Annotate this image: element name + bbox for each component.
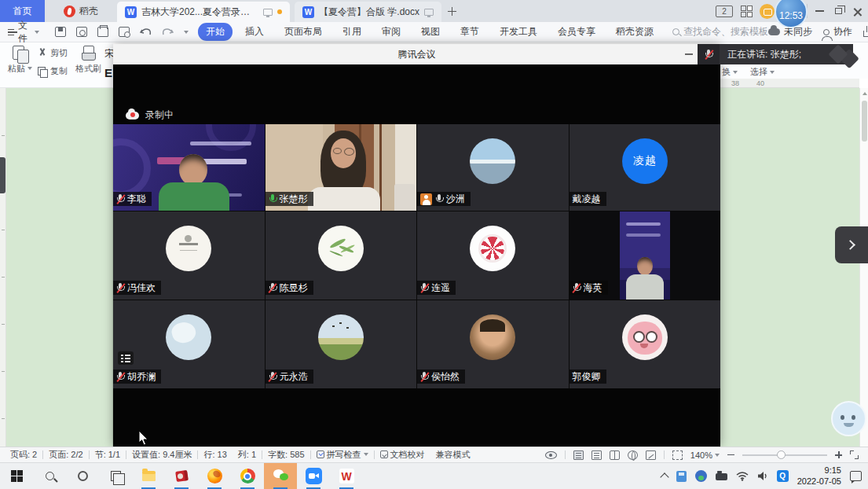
participant-tile[interactable]: 冯佳欢: [113, 211, 265, 300]
participant-tile[interactable]: 凌越 戴凌越: [570, 124, 721, 211]
document-tab-1[interactable]: W 吉林大学202...夏令营录取名单: [117, 2, 290, 22]
collaborate-button[interactable]: 协作: [823, 25, 852, 39]
restore-button[interactable]: [835, 8, 842, 14]
file-explorer-button[interactable]: [132, 463, 165, 489]
window-switch-button[interactable]: 2: [716, 6, 733, 17]
participant-tile[interactable]: 胡乔澜: [113, 300, 265, 388]
tray-clock[interactable]: 9:15 2022-07-05: [797, 465, 841, 487]
eye-protection-icon[interactable]: [545, 451, 557, 459]
ink-mode-button[interactable]: [646, 450, 656, 460]
share-button[interactable]: 分享: [863, 25, 868, 39]
print-button[interactable]: [97, 27, 108, 37]
ribbon-tab-dev-tools[interactable]: 开发工具: [492, 23, 545, 41]
word-count[interactable]: 字数: 585: [262, 449, 309, 461]
tencent-meeting-button[interactable]: [297, 463, 330, 489]
chrome-button[interactable]: [231, 463, 264, 489]
participant-tile[interactable]: 李聪: [113, 124, 265, 211]
volume-icon[interactable]: [757, 471, 768, 481]
security-shield-icon[interactable]: [695, 470, 707, 482]
zoom-level[interactable]: 140%: [690, 450, 720, 460]
usb-device-icon[interactable]: [676, 471, 687, 482]
scroll-up-icon[interactable]: [863, 92, 867, 95]
ribbon-tab-review[interactable]: 审阅: [374, 23, 408, 41]
participant-avatar: [470, 314, 515, 360]
vertical-scrollbar[interactable]: [859, 88, 868, 447]
spellcheck-toggle[interactable]: 拼写检查: [311, 449, 374, 461]
participant-tile[interactable]: 元永浩: [266, 300, 417, 388]
taskbar-search-button[interactable]: [33, 463, 66, 489]
participant-tile[interactable]: 连遥: [417, 211, 569, 300]
close-button[interactable]: [853, 7, 862, 16]
reader-app-button[interactable]: [165, 463, 198, 489]
notifications-icon[interactable]: [850, 471, 862, 481]
read-mode-button[interactable]: [610, 450, 620, 460]
layout-list-icon[interactable]: [118, 351, 134, 365]
q-app-icon[interactable]: Q: [777, 470, 789, 482]
zoom-slider-handle[interactable]: [777, 450, 786, 459]
assistant-bubble[interactable]: [831, 401, 866, 436]
document-canvas-left[interactable]: [0, 88, 113, 447]
ribbon-tab-page-layout[interactable]: 页面布局: [277, 23, 330, 41]
fit-page-button[interactable]: [672, 450, 683, 460]
ribbon-tab-docer-resources[interactable]: 稻壳资源: [608, 23, 661, 41]
ribbon-tab-section[interactable]: 章节: [452, 23, 487, 41]
participant-tile[interactable]: 侯怡然: [417, 300, 569, 388]
copy-button[interactable]: 复制: [38, 65, 68, 77]
side-flyout-button[interactable]: [835, 226, 868, 263]
ribbon-tab-view[interactable]: 视图: [413, 23, 448, 41]
participant-tile[interactable]: 陈昱杉: [266, 211, 417, 300]
wifi-icon[interactable]: [736, 471, 749, 481]
convert-button[interactable]: 换: [722, 66, 738, 78]
recorder-icon[interactable]: [716, 473, 727, 480]
file-menu-button[interactable]: 文件: [0, 19, 46, 46]
web-view-button[interactable]: [628, 450, 638, 460]
zoom-in-button[interactable]: [835, 451, 842, 458]
participant-tile[interactable]: 海英: [570, 211, 721, 300]
participant-avatar: [166, 226, 211, 271]
wps-button[interactable]: W: [330, 463, 363, 489]
undo-button[interactable]: [140, 27, 152, 37]
new-tab-button[interactable]: [441, 0, 462, 22]
side-panel-tab[interactable]: [0, 157, 5, 193]
ribbon-tab-home[interactable]: 开始: [198, 23, 233, 41]
coupon-icon[interactable]: [760, 4, 775, 19]
start-button[interactable]: [0, 463, 33, 489]
docer-tab[interactable]: 稻壳: [45, 0, 117, 22]
page-view-button[interactable]: [573, 450, 584, 460]
format-painter-button[interactable]: 格式刷: [75, 46, 101, 75]
redo-button[interactable]: [162, 27, 174, 37]
task-view-button[interactable]: [99, 463, 132, 489]
meeting-titlebar[interactable]: 腾讯会议: [113, 44, 720, 64]
select-button[interactable]: 选择: [750, 66, 775, 78]
zoom-slider[interactable]: [742, 454, 827, 456]
meeting-minimize-button[interactable]: [685, 53, 693, 55]
participant-tile[interactable]: 郭俊卿: [570, 300, 721, 388]
export-button[interactable]: [76, 27, 87, 37]
tray-expand-icon[interactable]: [660, 472, 668, 481]
participant-tile[interactable]: 张楚彤: [266, 124, 417, 211]
cut-button[interactable]: 剪切: [38, 47, 68, 59]
save-button[interactable]: [55, 27, 66, 37]
scrollbar-thumb[interactable]: [862, 101, 867, 142]
paste-button[interactable]: 粘贴: [8, 46, 32, 75]
participant-tile[interactable]: 沙洲: [417, 124, 569, 211]
ribbon-tab-membership[interactable]: 会员专享: [550, 23, 603, 41]
document-canvas-right[interactable]: [720, 88, 859, 447]
firefox-button[interactable]: [198, 463, 231, 489]
participant-avatar: [166, 314, 211, 360]
fullscreen-button[interactable]: [850, 450, 859, 459]
cortana-button[interactable]: [66, 463, 99, 489]
apps-grid-icon[interactable]: [741, 6, 752, 17]
windows-taskbar: W Q 9:15 2022-07-05: [0, 462, 868, 489]
zoom-out-button[interactable]: [727, 454, 734, 456]
command-search-box[interactable]: 查找命令、搜索模板: [672, 25, 768, 39]
wechat-button[interactable]: [264, 463, 297, 489]
proofread-button[interactable]: 文档校对: [375, 449, 430, 461]
ribbon-tab-insert[interactable]: 插入: [237, 23, 272, 41]
minimize-button[interactable]: [815, 10, 824, 12]
print-preview-button[interactable]: [119, 27, 130, 37]
more-commands-icon[interactable]: [184, 31, 189, 34]
ribbon-tab-references[interactable]: 引用: [335, 23, 369, 41]
document-tab-2[interactable]: W 【夏令营】合版 学.docx: [295, 2, 441, 22]
outline-view-button[interactable]: [591, 450, 602, 460]
